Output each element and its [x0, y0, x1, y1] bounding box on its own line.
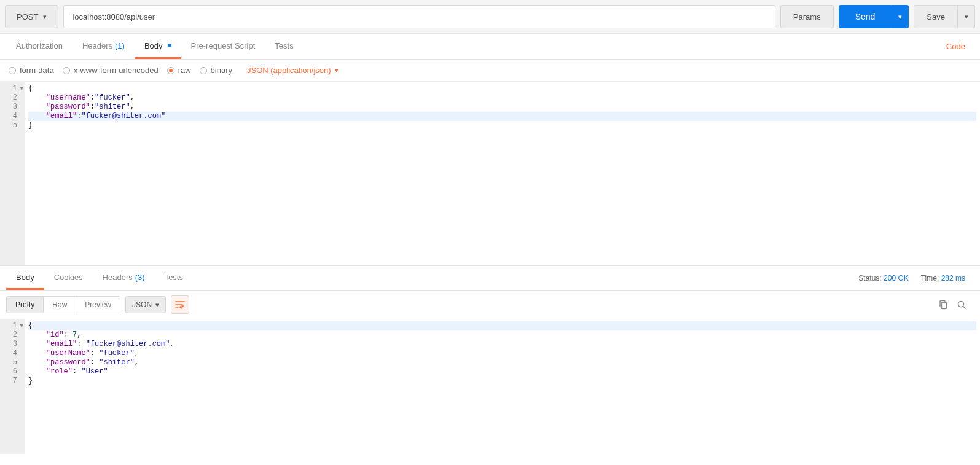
- tab-body[interactable]: Body: [135, 34, 181, 59]
- tab-label: Body: [144, 41, 163, 50]
- url-input[interactable]: [63, 5, 775, 28]
- radio-binary[interactable]: binary: [200, 66, 232, 75]
- save-dropdown-button[interactable]: ▾: [958, 5, 975, 28]
- content-type-select[interactable]: JSON (application/json) ▾: [247, 66, 339, 75]
- tab-label: Body: [16, 273, 34, 282]
- response-format-select[interactable]: JSON ▾: [125, 296, 166, 313]
- view-raw[interactable]: Raw: [43, 297, 76, 313]
- response-meta: Status: 200 OK Time: 282 ms: [858, 274, 974, 283]
- chevron-down-icon: ▾: [965, 13, 968, 21]
- chevron-down-icon: ▾: [155, 301, 159, 309]
- search-response-button[interactable]: [957, 300, 966, 310]
- chevron-down-icon: ▾: [898, 13, 902, 21]
- tab-response-tests[interactable]: Tests: [155, 266, 193, 290]
- unsaved-dot-icon: [168, 44, 171, 47]
- tab-label: Pre-request Script: [191, 41, 256, 50]
- editor-gutter: 1▼234567: [0, 319, 25, 454]
- response-tabs: Body Cookies Headers (3) Tests Status: 2…: [0, 266, 980, 291]
- svg-rect-1: [942, 303, 947, 309]
- fold-icon[interactable]: ▼: [20, 85, 23, 94]
- time-label: Time: 282 ms: [921, 274, 965, 283]
- status-value: 200 OK: [884, 274, 909, 283]
- tab-response-headers[interactable]: Headers (3): [93, 266, 155, 290]
- wrap-icon: [175, 300, 185, 309]
- radio-icon: [200, 67, 207, 74]
- tab-label: Headers: [82, 41, 112, 50]
- response-toolbar: Pretty Raw Preview JSON ▾: [0, 291, 980, 319]
- tab-label: Authorization: [16, 41, 63, 50]
- copy-response-button[interactable]: [938, 300, 948, 310]
- response-view-segment: Pretty Raw Preview: [6, 296, 120, 313]
- chevron-down-icon: ▾: [43, 13, 47, 21]
- tab-response-cookies[interactable]: Cookies: [44, 266, 93, 290]
- params-button[interactable]: Params: [780, 5, 834, 28]
- format-label: JSON: [132, 300, 152, 309]
- tab-prerequest-script[interactable]: Pre-request Script: [181, 34, 265, 59]
- save-button[interactable]: Save: [914, 5, 958, 28]
- response-actions: [938, 300, 974, 310]
- request-tabs: Authorization Headers (1) Body Pre-reque…: [0, 34, 980, 60]
- radio-urlencoded[interactable]: x-www-form-urlencoded: [63, 66, 159, 75]
- content-type-label: JSON (application/json): [247, 66, 331, 75]
- radio-icon: [63, 67, 70, 74]
- radio-label: form-data: [20, 66, 54, 75]
- tab-label: Headers: [103, 273, 133, 282]
- view-preview[interactable]: Preview: [76, 297, 120, 313]
- params-button-label: Params: [793, 12, 821, 21]
- send-button-group: Send ▾: [839, 5, 909, 28]
- http-method-select[interactable]: POST ▾: [5, 5, 58, 28]
- radio-icon: [9, 67, 16, 74]
- tab-headers[interactable]: Headers (1): [73, 34, 135, 59]
- tab-count: (1): [115, 41, 125, 50]
- wrap-lines-button[interactable]: [171, 295, 189, 314]
- tab-authorization[interactable]: Authorization: [6, 34, 73, 59]
- view-pretty[interactable]: Pretty: [7, 297, 43, 313]
- status-label: Status: 200 OK: [858, 274, 908, 283]
- request-body-editor[interactable]: 1▼2345 { "username":"fucker", "password"…: [0, 82, 980, 266]
- editor-code[interactable]: { "username":"fucker", "password":"shite…: [25, 82, 980, 265]
- radio-icon: [167, 67, 174, 74]
- code-link-label: Code: [946, 42, 965, 51]
- fold-icon[interactable]: ▼: [20, 322, 23, 331]
- time-value: 282 ms: [941, 274, 965, 283]
- save-button-label: Save: [927, 12, 945, 21]
- request-bar: POST ▾ Params Send ▾ Save ▾: [0, 0, 980, 34]
- save-button-group: Save ▾: [914, 5, 975, 28]
- radio-label: raw: [178, 66, 191, 75]
- radio-label: x-www-form-urlencoded: [74, 66, 159, 75]
- send-dropdown-button[interactable]: ▾: [892, 5, 909, 28]
- radio-form-data[interactable]: form-data: [9, 66, 54, 75]
- send-button[interactable]: Send: [839, 5, 892, 28]
- editor-code: { "id": 7, "email": "fucker@shiter.com",…: [25, 319, 980, 454]
- tab-tests[interactable]: Tests: [265, 34, 303, 59]
- response-body-editor[interactable]: 1▼234567 { "id": 7, "email": "fucker@shi…: [0, 319, 980, 454]
- editor-gutter: 1▼2345: [0, 82, 25, 265]
- copy-icon: [938, 300, 948, 310]
- tab-count: (3): [135, 273, 145, 282]
- tab-label: Tests: [275, 41, 293, 50]
- tab-label: Tests: [165, 273, 183, 282]
- http-method-label: POST: [17, 12, 38, 21]
- generate-code-link[interactable]: Code: [946, 42, 974, 51]
- body-type-row: form-data x-www-form-urlencoded raw bina…: [0, 60, 980, 82]
- svg-line-3: [963, 307, 966, 309]
- search-icon: [957, 300, 966, 310]
- radio-label: binary: [211, 66, 232, 75]
- chevron-down-icon: ▾: [335, 66, 339, 74]
- send-button-label: Send: [855, 12, 876, 21]
- radio-raw[interactable]: raw: [167, 66, 191, 75]
- tab-label: Cookies: [54, 273, 83, 282]
- tab-response-body[interactable]: Body: [6, 266, 44, 290]
